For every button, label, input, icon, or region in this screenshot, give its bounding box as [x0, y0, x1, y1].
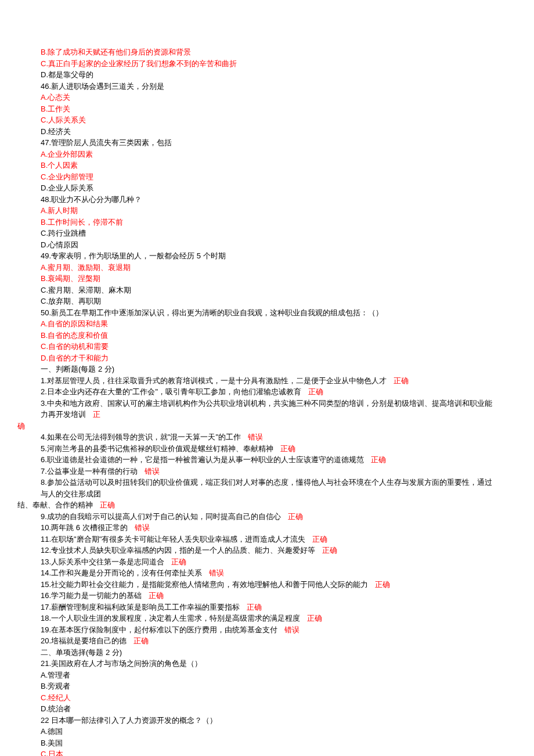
- text-line: C.跨行业跳槽: [41, 228, 493, 239]
- text-line: A.心态关: [41, 92, 493, 103]
- text-line: B.个人因素: [41, 160, 493, 171]
- text-line: B.美国: [41, 737, 493, 749]
- text-line: 18.一个人职业生涯的发展程度，决定着人生需求，特别是高级需求的满足程度正确: [41, 613, 493, 624]
- text-line: C.人际关系关: [41, 114, 493, 126]
- text-line: 二、单项选择(每题 2 分): [41, 647, 493, 658]
- text-line: 7.公益事业是一种有偿的行动错误: [41, 466, 493, 477]
- text-line: 15.社交能力即社会交往能力，是指能觉察他人情绪意向，有效地理解他人和善于同他人…: [41, 579, 493, 591]
- text-line: A.企业外部因素: [41, 149, 493, 160]
- text-line: A.新人时期: [41, 205, 493, 217]
- answer-mark: 正确: [312, 535, 327, 543]
- answer-mark: 错误: [135, 523, 150, 532]
- text-line: A.管理者: [41, 669, 493, 681]
- answer-mark: 正确: [322, 546, 337, 555]
- answer-mark: 正确: [100, 501, 115, 509]
- answer-mark: 正确: [171, 557, 186, 566]
- text-line: 11.在职场"磨合期"有很多关卡可能让年轻人丢失职业幸福感，进而造成人才流失正确: [41, 534, 493, 545]
- text-line: B.衰竭期、涅槃期: [41, 273, 493, 285]
- text-line: C.企业内部管理: [41, 171, 493, 183]
- text-line: C.日本: [41, 748, 493, 756]
- answer-mark: 正确: [394, 376, 409, 385]
- answer-mark: 错误: [209, 568, 224, 577]
- text-line: 20.培福就是要培自己的德正确: [41, 635, 493, 647]
- text-line: D.心情原因: [41, 239, 493, 251]
- text-line: 12.专业技术人员缺失职业幸福感的内因，指的是一个人的品质、能力、兴趣爱好等正确: [41, 545, 493, 556]
- text-line: 1.对基层管理人员，往往采取晋升式的教育培训模式，一是十分具有激励性，二是便于企…: [41, 375, 493, 387]
- text-line: B.工作关: [41, 103, 493, 115]
- document-content: B.除了成功和天赋还有他们身后的资源和背景C.真正白手起家的企业家经历了我们想象…: [41, 46, 493, 756]
- text-line: 22 日本哪一部法律引入了人力资源开发的概念？（）: [41, 715, 493, 726]
- answer-mark: 正确: [371, 455, 386, 464]
- text-line: 50.新员工在早期工作中逐渐加深认识，得出更为清晰的职业自我观，这种职业自我观的…: [41, 307, 493, 319]
- answer-mark: 错误: [284, 625, 300, 634]
- text-line: 19.在基本医疗保险制度中，起付标准以下的医疗费用，由统筹基金支付错误: [41, 624, 493, 636]
- text-line: 4.如果在公司无法得到领导的赏识，就"混一天算一天"的工作错误: [41, 431, 493, 443]
- answer-mark: 错误: [145, 467, 160, 476]
- answer-mark: 正确: [280, 444, 295, 453]
- text-line: C.蜜月期、呆滞期、麻木期: [41, 285, 493, 296]
- text-line: 8.参加公益活动可以及时扭转我们的职业价值观，端正我们对人对事的态度，懂得他人与…: [41, 477, 493, 499]
- text-line: 14.工作和兴趣是分开而论的，没有任何牵扯关系错误: [41, 567, 493, 579]
- answer-mark: 正确: [375, 580, 390, 589]
- text-line: B.自省的态度和价值: [41, 330, 493, 341]
- text-line: 10.两年跳 6 次槽很正常的错误: [41, 522, 493, 534]
- text-line: D.经济关: [41, 126, 493, 138]
- text-line: C.放弃期、再职期: [41, 296, 493, 307]
- text-line: 6.职业道德是社会道德的一种，它是指一种被普遍认为是从事一种职业的人士应该遵守的…: [41, 454, 493, 466]
- text-line-wrap: 确: [17, 420, 493, 432]
- text-line: D.都是靠父母的: [41, 69, 493, 81]
- answer-mark: 正确: [149, 591, 164, 600]
- text-line: 49.专家表明，作为职场里的人，一般都会经历 5 个时期: [41, 250, 493, 262]
- text-line: 13.人际关系中交往第一条是志同道合正确: [41, 556, 493, 568]
- text-line: 17.薪酬管理制度和福利政策是影响员工工作幸福的重要指标正确: [41, 602, 493, 613]
- answer-mark: 正确: [308, 387, 323, 396]
- text-line: B.工作时间长，停滞不前: [41, 217, 493, 228]
- answer-mark: 正: [93, 410, 100, 419]
- text-line: 5.河南兰考县的县委书记焦裕禄的职业价值观是螺丝钉精神、奉献精神正确: [41, 443, 493, 455]
- text-line: 48.职业力不从心分为哪几种？: [41, 194, 493, 206]
- text-line: B.除了成功和天赋还有他们身后的资源和背景: [41, 46, 493, 58]
- text-line: 一、判断题(每题 2 分): [41, 363, 493, 375]
- text-line: A.德国: [41, 726, 493, 737]
- text-line: 21.美国政府在人才与市场之间扮演的角色是（）: [41, 658, 493, 669]
- text-line: 47.管理阶层人员流失有三类因素，包括: [41, 137, 493, 149]
- text-line: 2.日本企业内还存在大量的"工作会"，吸引青年职工参加，向他们灌输忠诚教育正确: [41, 386, 493, 398]
- text-line: B.旁观者: [41, 681, 493, 692]
- text-line: 46.新人进职场会遇到三道关，分别是: [41, 81, 493, 92]
- text-line: 9.成功的自我暗示可以提高人们对于自己的认知，同时提高自己的自信心正确: [41, 511, 493, 523]
- text-line: A.蜜月期、激励期、衰退期: [41, 262, 493, 273]
- answer-mark: 正确: [307, 614, 322, 622]
- answer-mark: 正确: [288, 512, 303, 521]
- text-line-wrap: 结、奉献、合作的精神正确: [17, 499, 493, 511]
- text-line: 3.中央和地方政府、国家认可的雇主培训机构作为公共职业培训机构，共实施三种不同类…: [41, 398, 493, 420]
- text-line: C.经纪人: [41, 692, 493, 704]
- text-line: C.真正白手起家的企业家经历了我们想象不到的辛苦和曲折: [41, 58, 493, 70]
- text-line: D.统治者: [41, 703, 493, 715]
- text-line: D.企业人际关系: [41, 182, 493, 194]
- answer-mark: 正确: [134, 636, 149, 645]
- text-line: A.自省的原因和结果: [41, 318, 493, 330]
- text-line: C.自省的动机和需要: [41, 341, 493, 352]
- answer-mark: 正确: [247, 603, 262, 611]
- answer-mark: 错误: [248, 433, 263, 441]
- text-line: 16.学习能力是一切能力的基础正确: [41, 590, 493, 602]
- text-line: D.自省的才干和能力: [41, 352, 493, 364]
